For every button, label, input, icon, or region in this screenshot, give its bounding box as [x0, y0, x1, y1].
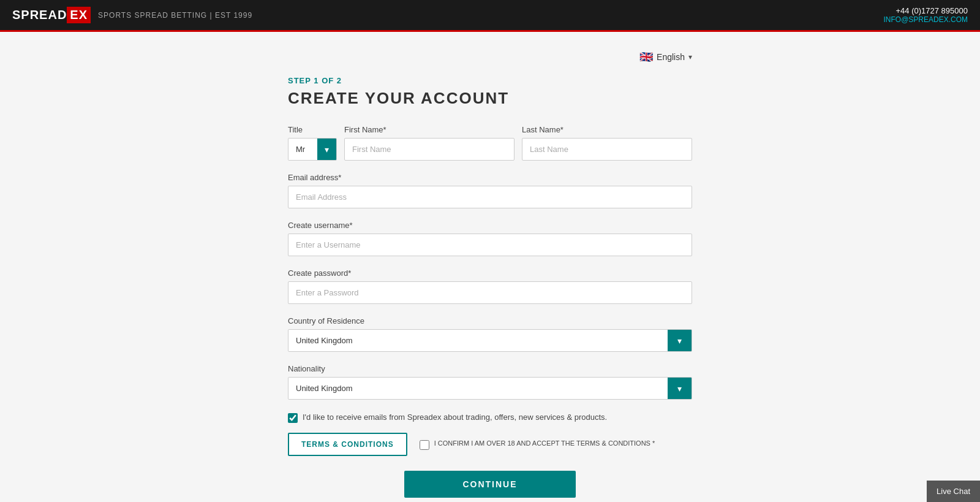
title-value: Mr	[288, 139, 317, 160]
nationality-dropdown-btn[interactable]: ▾	[668, 378, 692, 399]
name-row: Title Mr ▾ First Name* Last Name*	[288, 125, 692, 161]
password-label: Create password*	[288, 268, 692, 278]
emails-checkbox-row: I'd like to receive emails from Spreadex…	[288, 412, 692, 423]
last-name-input[interactable]	[522, 138, 692, 161]
terms-row: TERMS & CONDITIONS I CONFIRM I AM OVER 1…	[288, 433, 692, 456]
title-label: Title	[288, 125, 337, 134]
header: SPREADEX SPORTS SPREAD BETTING | EST 199…	[0, 0, 980, 32]
step-label: STEP 1 OF 2	[288, 76, 692, 85]
username-group: Create username*	[288, 221, 692, 256]
language-selector[interactable]: 🇬🇧 English ▾	[288, 50, 692, 64]
title-field-group: Title Mr ▾	[288, 125, 337, 161]
live-chat-button[interactable]: Live Chat	[927, 481, 980, 502]
chevron-down-icon: ▾	[677, 384, 682, 394]
terms-confirm-checkbox[interactable]	[420, 440, 429, 450]
nationality-group: Nationality United Kingdom ▾	[288, 364, 692, 400]
logo-ex: EX	[67, 7, 91, 23]
email-group: Email address*	[288, 173, 692, 208]
emails-checkbox-label: I'd like to receive emails from Spreadex…	[303, 412, 607, 423]
country-label: Country of Residence	[288, 316, 692, 325]
nationality-label: Nationality	[288, 364, 692, 373]
first-name-group: First Name*	[344, 125, 514, 161]
header-phone: +44 (0)1727 895000	[883, 6, 968, 15]
header-tagline: SPORTS SPREAD BETTING | EST 1999	[98, 11, 252, 20]
continue-button[interactable]: CONTINUE	[404, 471, 576, 498]
password-input[interactable]	[288, 281, 692, 304]
username-label: Create username*	[288, 221, 692, 230]
first-name-input[interactable]	[344, 138, 514, 161]
username-input[interactable]	[288, 234, 692, 256]
chevron-down-icon: ▾	[325, 145, 329, 154]
nationality-select[interactable]: United Kingdom ▾	[288, 377, 692, 400]
terms-conditions-button[interactable]: TERMS & CONDITIONS	[288, 433, 407, 456]
logo: SPREADEX	[12, 7, 91, 23]
first-name-label: First Name*	[344, 125, 514, 134]
header-email[interactable]: INFO@SPREADEX.COM	[883, 15, 968, 24]
chevron-down-icon: ▾	[688, 53, 692, 61]
header-contact: +44 (0)1727 895000 INFO@SPREADEX.COM	[883, 6, 968, 24]
nationality-value: United Kingdom	[288, 378, 668, 399]
password-group: Create password*	[288, 268, 692, 304]
country-dropdown-btn[interactable]: ▾	[668, 330, 692, 351]
email-input[interactable]	[288, 186, 692, 208]
logo-spread: SPREAD	[12, 8, 67, 22]
title-dropdown-btn[interactable]: ▾	[317, 139, 336, 160]
country-select[interactable]: United Kingdom ▾	[288, 329, 692, 352]
header-left: SPREADEX SPORTS SPREAD BETTING | EST 199…	[12, 7, 252, 23]
email-label: Email address*	[288, 173, 692, 182]
chevron-down-icon: ▾	[677, 336, 682, 346]
page-title: CREATE YOUR ACCOUNT	[288, 89, 692, 108]
language-label: English	[657, 52, 685, 62]
terms-confirm-label: I CONFIRM I AM OVER 18 AND ACCEPT THE TE…	[434, 439, 655, 448]
last-name-label: Last Name*	[522, 125, 692, 134]
last-name-group: Last Name*	[522, 125, 692, 161]
continue-btn-wrapper: CONTINUE	[288, 471, 692, 498]
flag-icon: 🇬🇧	[639, 50, 653, 64]
country-value: United Kingdom	[288, 330, 668, 351]
terms-confirm-row: I CONFIRM I AM OVER 18 AND ACCEPT THE TE…	[420, 439, 655, 450]
emails-checkbox[interactable]	[288, 413, 298, 423]
title-select[interactable]: Mr ▾	[288, 138, 337, 161]
checkbox-section: I'd like to receive emails from Spreadex…	[288, 412, 692, 423]
country-group: Country of Residence United Kingdom ▾	[288, 316, 692, 352]
main-container: 🇬🇧 English ▾ STEP 1 OF 2 CREATE YOUR ACC…	[276, 32, 704, 502]
